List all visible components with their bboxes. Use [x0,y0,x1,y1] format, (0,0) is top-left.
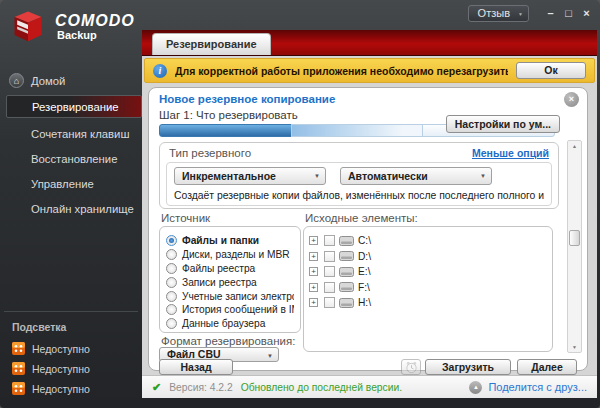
drive-icon [339,236,354,246]
default-settings-button[interactable]: Настройки по ум... [446,115,560,133]
expand-plus-icon[interactable] [309,267,318,276]
tree-node[interactable]: D:\ [309,249,547,265]
sidebar-item[interactable]: Управление [0,171,142,196]
ok-button[interactable]: Ок [516,62,586,79]
source-option[interactable]: Записи реестра [166,275,294,289]
source-title: Источник [161,212,210,224]
tree-checkbox[interactable] [324,282,335,293]
titlebar-menu: Отзыв ▼ – □ × [446,5,592,22]
app-window: Отзыв ▼ – □ × COMODO Backup Резервирован… [0,0,600,408]
expand-plus-icon[interactable] [309,252,318,261]
scroll-down-icon[interactable]: ▼ [568,342,581,352]
maximize-button[interactable]: □ [563,7,574,20]
source-option-label: Диски, разделы и MBR [182,249,290,260]
radio-icon[interactable] [166,235,177,246]
minimize-button[interactable]: – [545,7,556,20]
backup-type-description: Создаёт резервные копии файлов, изменённ… [174,190,544,201]
backup-type-section: Тип резервного Меньше опций Инкременталь… [159,142,559,209]
sidebar-item[interactable]: Сочетания клавиш [0,121,142,146]
highlight-row[interactable]: Недоступно [0,382,142,402]
tree-checkbox[interactable] [324,297,335,308]
sidebar-item-label: Домой [31,75,65,87]
schedule-clock-button[interactable] [401,359,421,375]
sidebar-item-label: Восстановление [31,153,117,165]
product-name: Backup [55,29,135,41]
source-option[interactable]: Учетные записи электронн... [166,289,294,303]
schedule-select[interactable]: Автоматически ▼ [340,167,492,185]
step-segment [159,124,292,137]
highlight-row[interactable]: Недоступно [0,362,142,382]
source-option-label: Учетные записи электронн... [182,291,294,302]
tree-checkbox[interactable] [324,266,335,277]
feedback-button[interactable]: Отзыв ▼ [468,5,529,22]
red-banner: Резервирование [142,30,597,56]
source-option[interactable]: Файлы и папки [166,234,294,248]
tree-node[interactable]: H:\ [309,295,547,311]
radio-icon[interactable] [166,249,177,260]
sidebar-item[interactable]: ⌂ Домой [0,68,142,93]
share-link[interactable]: Поделится с друз... [488,381,587,393]
panel-close-icon[interactable]: × [564,92,579,107]
tab-backup[interactable]: Резервирование [152,33,271,55]
wizard-panel: Новое резервное копирование × Шаг 1: Что… [148,87,588,371]
tree-node[interactable]: E:\ [309,264,547,280]
next-button[interactable]: Далее [517,359,577,375]
source-options-box: Файлы и папки Диски, разделы и MBR Файлы… [159,226,301,333]
brand-name: COMODO [55,12,135,29]
expand-plus-icon[interactable] [309,298,318,307]
sidebar-item-label: Резервирование [32,101,119,113]
tree-node[interactable]: C:\ [309,233,547,249]
highlight-status: Недоступно [32,363,90,375]
back-button[interactable]: Назад [159,359,233,375]
radio-icon[interactable] [166,277,177,288]
share-icon: ▲ [469,381,482,394]
drive-icon [339,282,354,292]
load-script-button[interactable]: Загрузить скрипт [425,359,511,375]
home-icon [9,176,24,191]
home-icon [10,99,25,114]
source-option[interactable]: Данные браузера [166,317,294,331]
panel-scrollbar[interactable]: ▲ ▼ [567,140,582,353]
tree-checkbox[interactable] [324,251,335,262]
radio-icon[interactable] [166,304,177,315]
source-option-label: Файлы реестра [182,263,255,274]
scrollbar-thumb[interactable] [569,230,580,246]
close-button[interactable]: × [581,7,592,20]
scroll-up-icon[interactable]: ▲ [568,141,581,151]
radio-icon[interactable] [166,263,177,274]
sidebar-item-label: Сочетания клавиш [31,128,129,140]
radio-icon[interactable] [166,291,177,302]
tree-node-label: D:\ [358,251,371,262]
tree-node[interactable]: F:\ [309,280,547,296]
source-option-label: История сообщений в IM [182,304,294,315]
sidebar-item[interactable]: Восстановление [0,146,142,171]
tree-checkbox[interactable] [324,235,335,246]
info-icon: i [153,64,167,78]
sidebar-divider [4,311,138,312]
highlight-title: Подсветка [0,319,142,342]
sidebar-item[interactable]: Онлайн хранилище [0,196,142,221]
home-icon [9,151,24,166]
source-option[interactable]: Файлы реестра [166,262,294,276]
highlight-row[interactable]: Недоступно [0,342,142,362]
tree-node-label: F:\ [358,282,370,293]
highlight-list: Недоступно Недоступно [0,342,142,402]
expand-plus-icon[interactable] [309,236,318,245]
radio-icon[interactable] [166,318,177,329]
less-options-link[interactable]: Меньше опций [472,147,549,159]
schedule-value: Автоматически [348,170,428,182]
backup-type-select[interactable]: Инкрементальное ▼ [174,167,326,185]
source-option[interactable]: Диски, разделы и MBR [166,248,294,262]
chevron-down-icon: ▼ [314,168,320,185]
update-status: Обновлено до последней версии. [241,382,402,393]
expand-plus-icon[interactable] [309,283,318,292]
version-label: Версия: 4.2.2 [169,382,232,393]
sidebar-bottom: Подсветка Недоступно [0,311,142,402]
backup-type-inner: Инкрементальное ▼ Автоматически ▼ Создаё… [166,162,552,206]
step-label: Шаг 1: Что резервировать [159,109,298,121]
source-option[interactable]: История сообщений в IM [166,303,294,317]
comodo-cube-icon [10,7,46,45]
highlight-icon [12,382,25,395]
window-controls: – □ × [545,7,592,20]
sidebar-item[interactable]: Резервирование [6,95,142,118]
